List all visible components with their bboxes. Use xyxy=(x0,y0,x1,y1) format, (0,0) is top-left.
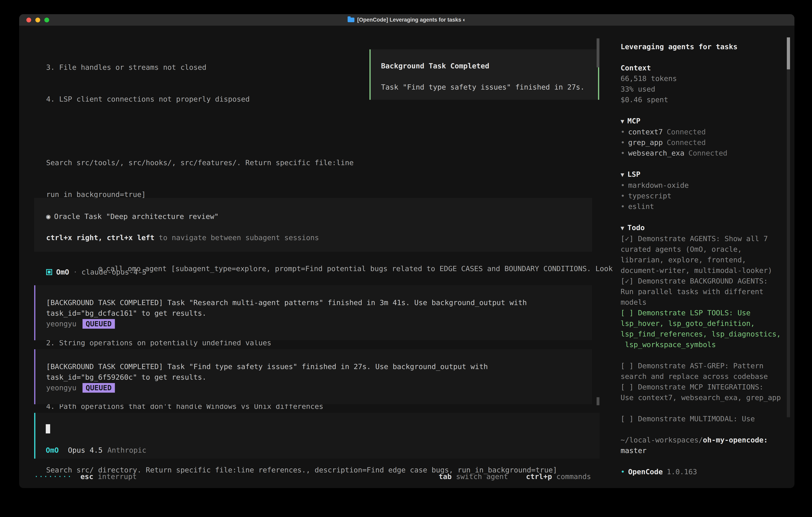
sidebar-spacer xyxy=(620,52,787,62)
message-text: task_id="bg_6f59260c" to get results. xyxy=(46,372,584,382)
sidebar-spacer xyxy=(620,158,787,169)
sidebar-spacer xyxy=(620,403,787,413)
oracle-task-icon: ◉ xyxy=(46,212,51,220)
bullet-icon: • xyxy=(620,202,625,211)
message-text: [BACKGROUND TASK COMPLETED] Task "Resear… xyxy=(46,297,584,308)
mcp-status: Connected xyxy=(667,128,706,136)
tool-call-text: call_omo_agent [subagent_type=explore, p… xyxy=(106,265,613,273)
minimize-button[interactable] xyxy=(35,18,40,22)
oracle-task-title: Oracle Task "Deep architecture review" xyxy=(54,212,219,220)
workspace-path-prefix: ~/local-workspaces/ xyxy=(620,436,703,444)
tab-key: tab xyxy=(439,471,452,482)
input-agent-label: OmO xyxy=(46,446,59,454)
folder-icon xyxy=(348,18,354,22)
status-dot-icon: • xyxy=(620,468,625,476)
mcp-section-header[interactable]: ▼MCP xyxy=(620,115,787,127)
shortcut-tab: tab switch agent xyxy=(439,471,508,482)
status-bar: ········ esc interrupt tab switch agent … xyxy=(34,471,591,482)
sidebar-scrollbar-track[interactable] xyxy=(787,37,790,417)
sidebar-spacer xyxy=(620,424,787,435)
agent-model: claude-opus-4-5 xyxy=(82,267,146,277)
message-author: yeongyu xyxy=(46,382,77,393)
prompt-input[interactable]: OmOOpus 4.5Anthropic xyxy=(34,413,600,459)
esc-label: interrupt xyxy=(98,471,137,482)
toast-body: Task "Find type safety issues" finished … xyxy=(381,82,590,92)
titlebar: [OpenCode] Leveraging agents for tasks ◐ xyxy=(19,14,794,26)
todo-section-header[interactable]: ▼Todo xyxy=(620,222,787,233)
workspace-path: ~/local-workspaces/oh-my-opencode: xyxy=(620,435,787,445)
mcp-item: •websearch_exaConnected xyxy=(620,148,787,158)
chevron-down-icon: ▼ xyxy=(620,224,624,232)
main-scrollbar-thumb[interactable] xyxy=(597,397,600,405)
session-title: Leveraging agents for tasks xyxy=(620,42,787,52)
app-version-line: •OpenCode1.0.163 xyxy=(620,466,787,477)
agent-header: OmO · claude-opus-4-5 xyxy=(46,267,146,277)
todo-item-active: [ ] Demonstrate LSP TOOLS: Use lsp_hover… xyxy=(620,307,787,350)
app-name: OpenCode xyxy=(628,468,663,476)
oracle-task-panel: ◉Oracle Task "Deep architecture review" … xyxy=(34,198,592,252)
mcp-item: •context7Connected xyxy=(620,127,787,137)
todo-item-done: [✓] Demonstrate BACKGROUND AGENTS: Run p… xyxy=(620,276,787,307)
log-line: Search src/tools/, src/hooks/, src/featu… xyxy=(46,157,613,168)
chevron-down-icon: ▼ xyxy=(620,118,624,125)
lsp-heading: LSP xyxy=(628,170,640,178)
status-left: ········ esc interrupt xyxy=(34,471,137,482)
oracle-hint-text: to navigate between subagent sessions xyxy=(154,234,319,242)
ctrlp-label: commands xyxy=(556,471,591,482)
mcp-status: Connected xyxy=(667,138,706,146)
message-text: [BACKGROUND TASK COMPLETED] Task "Find t… xyxy=(46,361,584,372)
message-meta: yeongyu QUEUED xyxy=(46,319,584,329)
traffic-lights xyxy=(26,18,49,22)
sidebar-scrollbar-thumb[interactable] xyxy=(787,37,790,70)
zoom-button[interactable] xyxy=(45,18,49,22)
mcp-item: •grep_appConnected xyxy=(620,137,787,148)
esc-key: esc xyxy=(80,471,93,482)
status-right: tab switch agent ctrl+p commands xyxy=(439,471,591,482)
toast-title: Background Task Completed xyxy=(381,61,590,71)
screenshot-stage: [OpenCode] Leveraging agents for tasks ◐… xyxy=(0,0,812,517)
context-used: 33% used xyxy=(620,84,787,94)
message-card: [BACKGROUND TASK COMPLETED] Task "Find t… xyxy=(34,349,592,404)
git-branch: master xyxy=(620,445,787,456)
tab-label: switch agent xyxy=(456,471,508,482)
agent-name: OmO xyxy=(56,267,69,277)
lsp-item: •markdown-oxide xyxy=(620,180,787,191)
mcp-name: context7 xyxy=(628,128,663,136)
mcp-name: grep_app xyxy=(628,138,663,146)
close-button[interactable] xyxy=(26,18,31,22)
bullet-icon: • xyxy=(620,138,625,146)
todo-item-done: [✓] Demonstrate AGENTS: Show all 7 curat… xyxy=(620,233,787,276)
message-card: [BACKGROUND TASK COMPLETED] Task "Resear… xyxy=(34,285,592,340)
lsp-section-header[interactable]: ▼LSP xyxy=(620,169,787,180)
sidebar-spacer xyxy=(620,456,787,466)
window-title: [OpenCode] Leveraging agents for tasks ◐ xyxy=(348,17,466,23)
sidebar-spacer xyxy=(620,350,787,360)
shortcut-esc: esc interrupt xyxy=(80,471,137,482)
message-text: task_id="bg_dcfac161" to get results. xyxy=(46,308,584,319)
background-task-toast[interactable]: Background Task Completed Task "Find typ… xyxy=(370,49,599,100)
context-tokens: 66,518 tokens xyxy=(620,73,787,84)
todo-heading: Todo xyxy=(628,223,645,232)
sidebar-spacer xyxy=(620,212,787,222)
mcp-name: websearch_exa xyxy=(628,149,685,157)
context-heading: Context xyxy=(620,62,787,73)
agent-separator: · xyxy=(73,267,78,277)
activity-dots: ········ xyxy=(34,471,72,482)
bullet-icon: • xyxy=(620,149,625,157)
todo-item-pending: [ ] Demonstrate MCP INTEGRATIONS: Use co… xyxy=(620,382,787,403)
text-cursor xyxy=(46,424,50,433)
bullet-icon: • xyxy=(620,128,625,136)
queued-badge: QUEUED xyxy=(83,383,115,393)
bullet-icon: • xyxy=(620,192,625,200)
message-author: yeongyu xyxy=(46,319,77,329)
main-scrollbar-thumb[interactable] xyxy=(597,38,600,67)
workspace-name: oh-my-opencode: xyxy=(703,436,768,444)
sidebar: Leveraging agents for tasks Context 66,5… xyxy=(613,26,794,488)
lsp-name: typescript xyxy=(628,192,671,200)
input-meta: OmOOpus 4.5Anthropic xyxy=(46,445,146,456)
context-spent: $0.46 spent xyxy=(620,94,787,105)
oracle-title-line: ◉Oracle Task "Deep architecture review" xyxy=(46,211,584,222)
todo-item-pending: [ ] Demonstrate MULTIMODAL: Use xyxy=(620,413,787,424)
log-line-blank xyxy=(46,126,613,136)
chevron-down-icon: ▼ xyxy=(620,171,624,178)
